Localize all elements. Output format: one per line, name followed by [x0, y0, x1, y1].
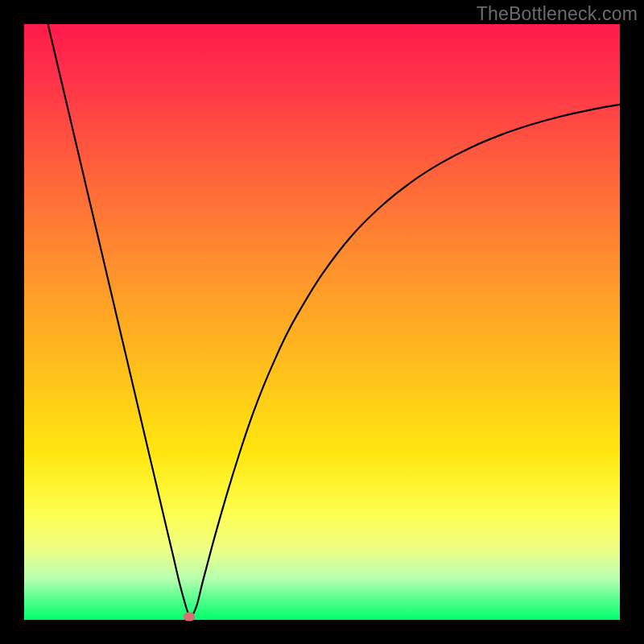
- chart-frame: TheBottleneck.com: [0, 0, 644, 644]
- minimum-marker: [184, 612, 195, 621]
- watermark-text: TheBottleneck.com: [477, 3, 638, 25]
- bottleneck-curve: [48, 24, 620, 617]
- curve-svg: [24, 24, 620, 620]
- plot-area: [24, 24, 620, 620]
